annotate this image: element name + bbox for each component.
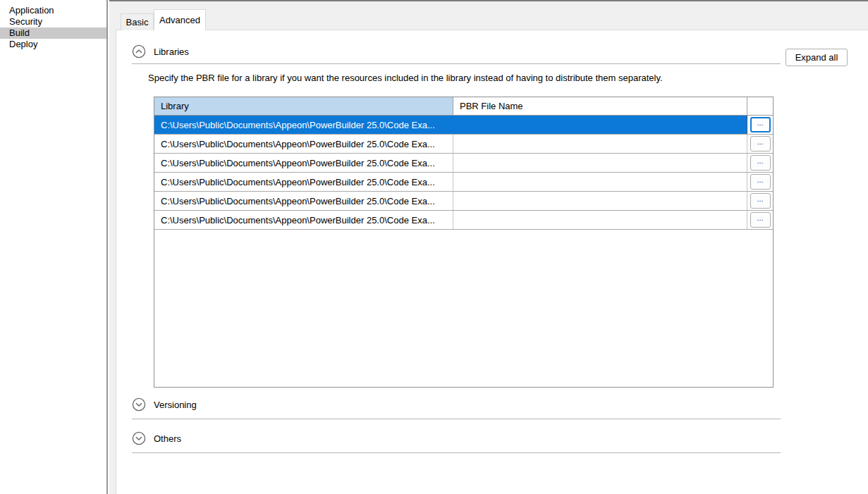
browse-cell: ... [747, 116, 773, 134]
table-row[interactable]: C:\Users\Public\Documents\Appeon\PowerBu… [154, 135, 773, 154]
library-cell[interactable]: C:\Users\Public\Documents\Appeon\PowerBu… [154, 211, 453, 229]
libraries-table-body: C:\Users\Public\Documents\Appeon\PowerBu… [154, 116, 773, 230]
tab-basic[interactable]: Basic [121, 13, 154, 30]
table-row[interactable]: C:\Users\Public\Documents\Appeon\PowerBu… [154, 154, 773, 173]
divider-versioning [132, 419, 781, 419]
pbr-file-cell[interactable] [453, 154, 747, 172]
browse-button[interactable]: ... [750, 212, 771, 228]
divider-others [132, 452, 781, 453]
browse-button[interactable]: ... [750, 193, 771, 209]
section-title-others: Others [154, 433, 181, 444]
section-header-versioning[interactable]: Versioning [132, 397, 197, 412]
library-cell[interactable]: C:\Users\Public\Documents\Appeon\PowerBu… [154, 173, 453, 191]
browse-cell: ... [747, 173, 773, 191]
pbr-file-cell[interactable] [453, 116, 747, 134]
expand-all-button[interactable]: Expand all [786, 49, 848, 66]
table-row[interactable]: C:\Users\Public\Documents\Appeon\PowerBu… [154, 192, 773, 211]
section-header-others[interactable]: Others [132, 431, 181, 445]
chevron-up-circle-icon[interactable] [132, 44, 146, 58]
browse-button[interactable]: ... [750, 117, 771, 132]
tab-page-advanced: Expand all Libraries Specify the PBR fil… [116, 30, 868, 494]
main-panel: BasicAdvanced Expand all Libraries Speci… [109, 0, 868, 494]
library-cell[interactable]: C:\Users\Public\Documents\Appeon\PowerBu… [154, 154, 453, 172]
table-row[interactable]: C:\Users\Public\Documents\Appeon\PowerBu… [154, 173, 773, 192]
section-title-versioning: Versioning [154, 400, 197, 410]
pbr-file-cell[interactable] [453, 192, 747, 210]
libraries-table-header: Library PBR File Name [154, 97, 773, 116]
table-row[interactable]: C:\Users\Public\Documents\Appeon\PowerBu… [154, 116, 773, 135]
chevron-down-circle-icon[interactable] [132, 431, 146, 445]
tab-strip: BasicAdvanced [109, 1, 868, 30]
pbr-file-cell[interactable] [453, 135, 747, 153]
browse-cell: ... [747, 135, 773, 153]
browse-button[interactable]: ... [750, 155, 771, 171]
library-cell[interactable]: C:\Users\Public\Documents\Appeon\PowerBu… [154, 116, 453, 134]
browse-cell: ... [747, 154, 773, 172]
sidebar-item-deploy[interactable]: Deploy [0, 39, 106, 50]
divider-libraries [132, 63, 781, 64]
library-cell[interactable]: C:\Users\Public\Documents\Appeon\PowerBu… [154, 192, 453, 210]
browse-cell: ... [747, 211, 773, 229]
table-row[interactable]: C:\Users\Public\Documents\Appeon\PowerBu… [154, 211, 773, 230]
pbr-file-cell[interactable] [453, 211, 747, 229]
category-sidebar: ApplicationSecurityBuildDeploy [0, 0, 108, 494]
chevron-down-circle-icon[interactable] [132, 397, 146, 412]
sidebar-item-application[interactable]: Application [0, 5, 106, 16]
sidebar-item-security[interactable]: Security [0, 16, 106, 27]
libraries-table: Library PBR File Name C:\Users\Public\Do… [154, 97, 774, 388]
library-cell[interactable]: C:\Users\Public\Documents\Appeon\PowerBu… [154, 135, 453, 153]
browse-button[interactable]: ... [750, 174, 771, 190]
section-header-libraries[interactable]: Libraries [132, 44, 189, 58]
browse-cell: ... [747, 192, 773, 210]
sidebar-item-build[interactable]: Build [0, 27, 106, 39]
column-header-pbr-file-name[interactable]: PBR File Name [453, 97, 747, 115]
column-header-browse [747, 97, 773, 115]
libraries-description: Specify the PBR file for a library if yo… [148, 73, 663, 83]
pbr-file-cell[interactable] [453, 173, 747, 191]
browse-button[interactable]: ... [750, 136, 771, 152]
tab-advanced[interactable]: Advanced [154, 9, 206, 30]
section-title-libraries: Libraries [154, 47, 189, 57]
column-header-library[interactable]: Library [154, 97, 453, 115]
